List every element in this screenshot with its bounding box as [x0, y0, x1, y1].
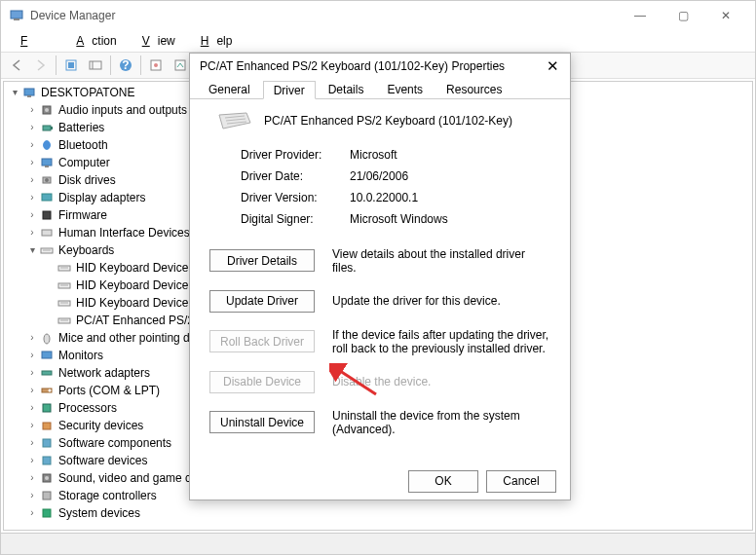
- svg-rect-14: [24, 89, 34, 95]
- provider-value: Microsoft: [350, 148, 397, 162]
- tree-item-icon: [39, 138, 55, 152]
- tab-strip: General Driver Details Events Resources: [190, 80, 570, 99]
- svg-point-9: [154, 63, 158, 67]
- svg-rect-10: [175, 60, 185, 70]
- statusbar: [1, 533, 755, 554]
- tree-keyboard-device-icon: [57, 314, 72, 327]
- tree-item[interactable]: ›System devices: [8, 504, 752, 522]
- tree-item-icon: [39, 103, 55, 117]
- svg-point-41: [49, 389, 52, 392]
- svg-rect-26: [42, 230, 52, 236]
- uninstall-device-button[interactable]: Uninstall Device: [209, 411, 315, 433]
- dialog-titlebar: PC/AT Enhanced PS/2 Keyboard (101/102-Ke…: [190, 54, 570, 80]
- svg-rect-20: [42, 159, 52, 166]
- toolbar-icon[interactable]: [59, 55, 83, 76]
- tree-item-icon: [39, 208, 55, 222]
- keyboard-icon: [217, 111, 252, 130]
- svg-rect-4: [90, 61, 101, 69]
- version-value: 10.0.22000.1: [350, 191, 418, 204]
- menu-view[interactable]: View: [127, 32, 183, 50]
- back-button[interactable]: [5, 55, 28, 76]
- toolbar-icon[interactable]: [84, 55, 107, 76]
- svg-point-47: [45, 476, 49, 480]
- svg-point-23: [45, 178, 49, 182]
- menu-file[interactable]: F: [5, 32, 58, 50]
- toolbar-icon[interactable]: [144, 55, 168, 76]
- dialog-body: PC/AT Enhanced PS/2 Keyboard (101/102-Ke…: [190, 99, 570, 463]
- svg-rect-15: [27, 95, 31, 97]
- svg-rect-42: [43, 404, 51, 412]
- tree-item-icon: [39, 506, 55, 520]
- tree-item-icon: [39, 366, 55, 380]
- tree-item-icon: [39, 226, 55, 240]
- tree-item-icon: [39, 471, 55, 485]
- svg-rect-48: [43, 492, 51, 500]
- tree-item-icon: [39, 331, 55, 345]
- svg-rect-45: [43, 457, 51, 464]
- tree-keyboards-icon: [39, 243, 55, 257]
- svg-rect-25: [43, 211, 51, 219]
- tree-item-icon: [39, 173, 55, 187]
- tree-item-icon: [39, 401, 55, 415]
- date-label: Driver Date:: [241, 169, 350, 183]
- dialog-footer: OK Cancel: [190, 463, 570, 500]
- svg-point-17: [45, 108, 49, 112]
- tree-item-icon: [39, 121, 55, 134]
- signer-label: Digital Signer:: [241, 212, 350, 226]
- close-button[interactable]: ✕: [704, 2, 747, 29]
- titlebar: Device Manager — ▢ ✕: [1, 1, 755, 30]
- driver-details-button[interactable]: Driver Details: [209, 249, 315, 272]
- svg-rect-1: [14, 18, 19, 20]
- tree-item-icon: [39, 384, 55, 397]
- device-name: PC/AT Enhanced PS/2 Keyboard (101/102-Ke…: [264, 114, 512, 128]
- app-icon: [9, 8, 24, 23]
- dialog-close-button[interactable]: ✕: [545, 58, 560, 74]
- svg-rect-18: [43, 126, 51, 130]
- svg-rect-39: [42, 371, 52, 375]
- date-value: 21/06/2006: [350, 169, 408, 183]
- svg-rect-21: [45, 166, 49, 167]
- version-label: Driver Version:: [241, 191, 350, 204]
- menubar: F Action View Help: [1, 30, 755, 52]
- svg-rect-19: [51, 127, 53, 130]
- maximize-button[interactable]: ▢: [662, 2, 704, 29]
- tree-item-icon: [39, 349, 55, 362]
- signer-value: Microsoft Windows: [350, 212, 448, 226]
- dialog-title: PC/AT Enhanced PS/2 Keyboard (101/102-Ke…: [200, 59, 545, 73]
- tree-item-icon: [39, 436, 55, 450]
- tree-keyboard-device-icon: [57, 261, 72, 275]
- tree-item-icon: [39, 156, 55, 169]
- tab-resources[interactable]: Resources: [435, 80, 512, 98]
- tab-general[interactable]: General: [198, 80, 261, 98]
- menu-action[interactable]: Action: [60, 32, 124, 50]
- tree-item-icon: [39, 419, 55, 432]
- tree-keyboard-device-icon: [57, 296, 72, 310]
- tab-driver[interactable]: Driver: [263, 81, 316, 99]
- provider-label: Driver Provider:: [241, 148, 350, 162]
- update-driver-button[interactable]: Update Driver: [209, 290, 315, 313]
- tab-details[interactable]: Details: [318, 80, 375, 98]
- svg-rect-0: [11, 11, 22, 18]
- help-icon[interactable]: ?: [114, 55, 137, 76]
- cancel-button[interactable]: Cancel: [486, 470, 556, 493]
- svg-rect-24: [42, 194, 52, 201]
- svg-text:?: ?: [122, 58, 129, 72]
- rollback-driver-button: Roll Back Driver: [209, 330, 315, 352]
- tree-root-icon: [21, 86, 37, 99]
- menu-help[interactable]: Help: [185, 32, 241, 50]
- disable-device-button: Disable Device: [209, 371, 315, 393]
- tree-keyboard-device-icon: [57, 278, 72, 292]
- svg-rect-43: [43, 423, 51, 429]
- svg-rect-38: [42, 352, 52, 358]
- tree-item-icon: [39, 489, 55, 502]
- window-title: Device Manager: [30, 9, 619, 22]
- minimize-button[interactable]: —: [619, 2, 662, 29]
- svg-rect-3: [68, 62, 74, 68]
- tree-item-icon: [39, 454, 55, 467]
- ok-button[interactable]: OK: [408, 470, 478, 493]
- forward-button[interactable]: [29, 55, 53, 76]
- svg-rect-44: [43, 439, 51, 447]
- tab-events[interactable]: Events: [376, 80, 434, 98]
- properties-dialog: PC/AT Enhanced PS/2 Keyboard (101/102-Ke…: [189, 53, 571, 500]
- svg-point-37: [44, 334, 50, 344]
